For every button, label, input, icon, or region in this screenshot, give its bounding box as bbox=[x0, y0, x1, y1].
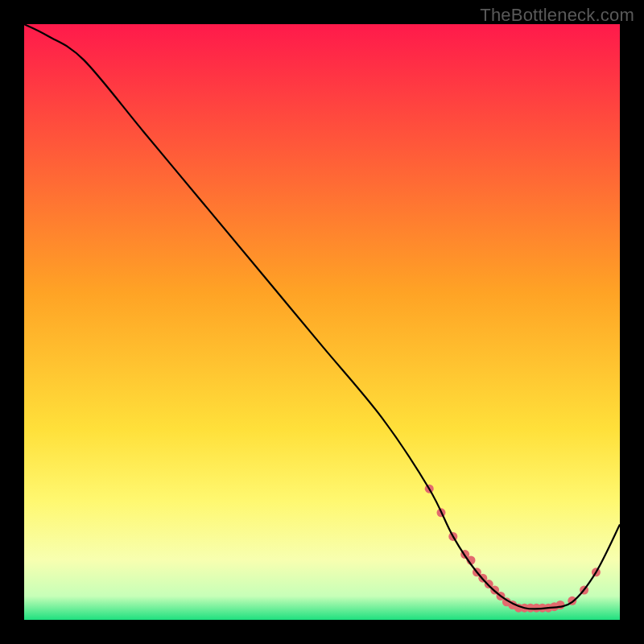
plot-area bbox=[24, 24, 620, 620]
chart-svg bbox=[24, 24, 620, 620]
watermark-text: TheBottleneck.com bbox=[480, 5, 634, 26]
chart-stage: TheBottleneck.com bbox=[0, 0, 644, 644]
gradient-background bbox=[24, 24, 620, 620]
